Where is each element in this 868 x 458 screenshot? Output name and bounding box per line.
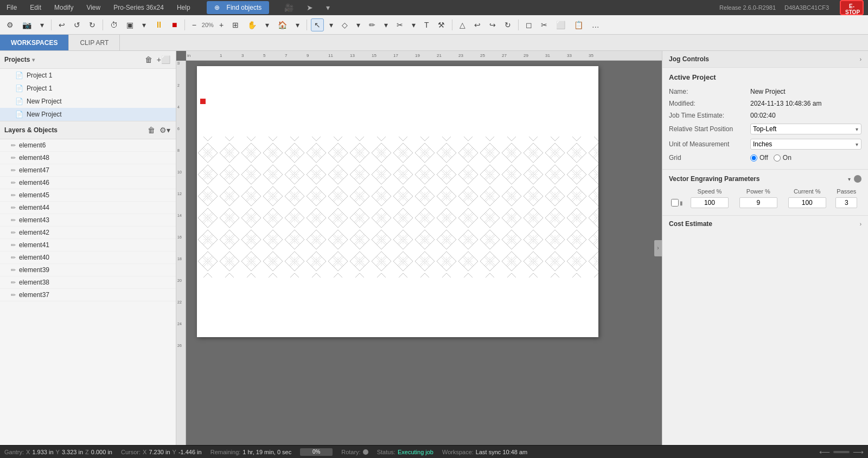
frame-button[interactable]: ▣ xyxy=(123,18,137,31)
select-tool[interactable]: ↖ xyxy=(311,18,324,31)
menu-help[interactable]: Help xyxy=(175,3,193,12)
horizontal-ruler: in 1 3 5 7 9 11 13 15 17 19 21 23 25 27 … xyxy=(186,51,662,61)
relative-start-select[interactable]: Top-Left Top-Center Top-Right Center-Lef… xyxy=(750,124,861,134)
menu-file[interactable]: File xyxy=(4,3,19,12)
separator-5 xyxy=(452,20,452,30)
left-arrow-icon[interactable]: ⟵ xyxy=(819,448,830,456)
home-button[interactable]: 🏠 xyxy=(275,18,290,31)
align-tool[interactable]: △ xyxy=(456,18,469,31)
boolean-tool[interactable]: ◻ xyxy=(522,18,535,31)
add-project-button[interactable]: +⬜ xyxy=(156,54,171,65)
undo-button[interactable]: ↺ xyxy=(71,18,84,31)
pan-button[interactable]: ✋ xyxy=(244,18,260,31)
zoom-fit-button[interactable]: ⊞ xyxy=(229,18,242,31)
jog-controls-header[interactable]: Jog Controls › xyxy=(662,51,868,68)
menu-edit[interactable]: Edit xyxy=(28,3,43,12)
list-item[interactable]: ✏ element43 xyxy=(0,214,176,227)
tab-workspaces[interactable]: WORKSPACES xyxy=(0,35,69,50)
list-item[interactable]: ✏ element45 xyxy=(0,189,176,202)
project-item[interactable]: 📄 Project 1 xyxy=(0,69,176,82)
dropdown-icon[interactable]: ▾ xyxy=(324,2,332,13)
camera-toggle[interactable]: 📷 xyxy=(19,18,35,31)
canvas-area[interactable]: in 1 3 5 7 9 11 13 15 17 19 21 23 25 27 … xyxy=(176,51,662,445)
more-tool[interactable]: … xyxy=(589,18,603,31)
list-item[interactable]: ✏ element6 xyxy=(0,139,176,152)
pan-dropdown[interactable]: ▾ xyxy=(262,18,272,31)
find-objects-button[interactable]: ⊕ Find objects xyxy=(207,1,270,14)
delete-project-button[interactable]: 🗑 xyxy=(144,54,154,65)
menu-modify[interactable]: Modify xyxy=(52,3,75,12)
list-item[interactable]: ✏ element39 xyxy=(0,264,176,276)
relative-start-row: Relative Start Position Top-Left Top-Cen… xyxy=(669,121,861,137)
draw-dropdown[interactable]: ▾ xyxy=(381,18,391,31)
copy-tool[interactable]: ⬜ xyxy=(553,18,569,31)
ruler-11: 11 xyxy=(328,53,333,58)
home-dropdown[interactable]: ▾ xyxy=(292,18,303,31)
delete-layer-button[interactable]: 🗑 xyxy=(146,125,156,136)
redo2-button[interactable]: ↪ xyxy=(486,18,499,31)
projects-dropdown-icon[interactable]: ▾ xyxy=(32,57,35,63)
stop-button[interactable]: ■ xyxy=(169,18,181,32)
eraser-tool[interactable]: ✂ xyxy=(393,18,406,31)
canvas-paper[interactable] xyxy=(197,66,598,337)
tab-clipart[interactable]: CLIP ART xyxy=(69,35,120,50)
list-item[interactable]: ✏ element44 xyxy=(0,202,176,214)
text-tool[interactable]: T xyxy=(421,18,432,31)
zoom-out-button[interactable]: − xyxy=(189,18,200,31)
speed-input[interactable] xyxy=(691,197,729,208)
grid-on-label[interactable]: On xyxy=(774,154,792,162)
redo-button[interactable]: ↻ xyxy=(86,18,99,31)
grid-on-radio[interactable] xyxy=(774,154,781,162)
right-arrow-icon[interactable]: ⟶ xyxy=(853,448,864,456)
list-item[interactable]: ✏ element46 xyxy=(0,177,176,189)
zoom-in-button[interactable]: + xyxy=(216,18,227,31)
list-item[interactable]: ✏ element42 xyxy=(0,227,176,239)
unit-select[interactable]: Inches Millimeters Centimeters xyxy=(750,139,861,150)
select-dropdown[interactable]: ▾ xyxy=(326,18,336,31)
project-item[interactable]: 📄 Project 1 xyxy=(0,82,176,95)
import-button[interactable]: ↩ xyxy=(55,18,68,31)
grid-off-label[interactable]: Off xyxy=(750,154,768,162)
node-tool[interactable]: ◇ xyxy=(339,18,351,31)
layer-options-button[interactable]: ⚙▾ xyxy=(158,125,171,136)
passes-input[interactable] xyxy=(835,197,857,208)
camera-dropdown[interactable]: ▾ xyxy=(37,18,47,31)
list-item[interactable]: ✏ element38 xyxy=(0,276,176,289)
send-icon[interactable]: ➤ xyxy=(304,2,315,13)
weld-tool[interactable]: ⚒ xyxy=(435,18,448,31)
project-item[interactable]: 📄 New Project xyxy=(0,108,176,121)
grid-off-radio[interactable] xyxy=(750,154,757,162)
estop-button[interactable]: E-STOP xyxy=(840,0,864,15)
vector-engrave-dropdown-icon[interactable]: ▾ xyxy=(848,176,851,182)
eraser-dropdown[interactable]: ▾ xyxy=(409,18,419,31)
cut-tool[interactable]: ✂ xyxy=(538,18,551,31)
list-item[interactable]: ✏ element40 xyxy=(0,251,176,264)
list-item[interactable]: ✏ element41 xyxy=(0,239,176,251)
draw-tool[interactable]: ✏ xyxy=(366,18,379,31)
frame-dropdown[interactable]: ▾ xyxy=(139,18,149,31)
menu-proseries[interactable]: Pro-Series 36x24 xyxy=(111,3,166,12)
status-bar: Gantry: X 1.933 in Y 3.323 in Z 0.000 in… xyxy=(0,445,868,458)
row-indicator: ▮ xyxy=(680,200,683,206)
camera-icon[interactable]: 🎥 xyxy=(282,2,296,13)
cost-estimate-header[interactable]: Cost Estimate › xyxy=(662,216,868,232)
settings-button[interactable]: ⚙ xyxy=(3,18,17,31)
timer-button[interactable]: ⏱ xyxy=(107,18,121,31)
table-row: ▮ xyxy=(669,196,861,210)
paste-tool[interactable]: 📋 xyxy=(571,18,586,31)
row-checkbox[interactable] xyxy=(671,199,679,207)
right-panel-collapse[interactable]: › xyxy=(654,240,662,256)
list-item[interactable]: ✏ element48 xyxy=(0,152,176,164)
power-input[interactable] xyxy=(739,197,777,208)
undo2-button[interactable]: ↩ xyxy=(471,18,484,31)
list-item[interactable]: ✏ element47 xyxy=(0,164,176,177)
menu-view[interactable]: View xyxy=(84,3,103,12)
element-icon: ✏ xyxy=(11,192,16,199)
list-item[interactable]: ✏ element37 xyxy=(0,289,176,301)
current-input[interactable] xyxy=(788,197,826,208)
modified-label: Modified: xyxy=(669,100,750,107)
repeat-button[interactable]: ↻ xyxy=(501,18,514,31)
pause-button[interactable]: ⏸ xyxy=(151,18,167,32)
node-dropdown[interactable]: ▾ xyxy=(353,18,363,31)
project-item[interactable]: 📄 New Project xyxy=(0,95,176,108)
